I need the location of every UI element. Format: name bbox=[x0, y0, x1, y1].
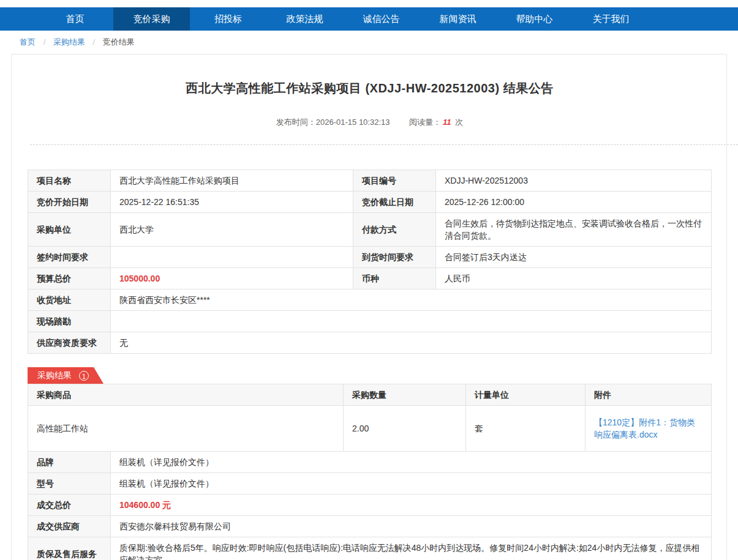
table-row: 成交总价 104600.00 元 bbox=[28, 495, 712, 516]
currency-label: 币种 bbox=[353, 268, 436, 289]
breadcrumb: 首页 / 采购结果 / 竞价结果 bbox=[0, 31, 738, 54]
nav-tab-news[interactable]: 新闻资讯 bbox=[420, 7, 496, 31]
site-survey-value bbox=[111, 311, 712, 332]
bid-start-label: 竞价开始日期 bbox=[28, 192, 111, 213]
model-label: 型号 bbox=[28, 473, 111, 495]
table-row: 签约时间要求 到货时间要求 合同签订后3天内送达 bbox=[28, 247, 712, 268]
payment-method-label: 付款方式 bbox=[353, 213, 436, 247]
project-name-value: 西北大学高性能工作站采购项目 bbox=[111, 170, 353, 192]
table-row: 品牌 组装机（详见报价文件） bbox=[28, 452, 712, 473]
product-unit-value: 套 bbox=[466, 406, 586, 452]
signing-time-label: 签约时间要求 bbox=[28, 247, 111, 268]
budget-total-value: 105000.00 bbox=[111, 268, 353, 289]
delivery-time-value: 合同签订后3天内送达 bbox=[436, 247, 712, 268]
column-header-quantity: 采购数量 bbox=[344, 384, 466, 406]
page-title: 西北大学高性能工作站采购项目 (XDJJ-HW-202512003) 结果公告 bbox=[28, 80, 712, 97]
breadcrumb-separator: / bbox=[93, 37, 96, 47]
nav-tab-policy[interactable]: 政策法规 bbox=[266, 7, 343, 31]
brand-label: 品牌 bbox=[28, 452, 111, 473]
table-row: 型号 组装机（详见报价文件） bbox=[28, 473, 712, 495]
breadcrumb-purchase-results-link[interactable]: 采购结果 bbox=[53, 37, 85, 47]
views-label: 阅读量： bbox=[409, 118, 441, 127]
publish-meta: 发布时间：2026-01-15 10:32:13 阅读量：11 次 bbox=[28, 117, 712, 128]
warranty-service-label: 质保及售后服务 bbox=[28, 537, 111, 560]
table-row: 供应商资质要求 无 bbox=[28, 332, 712, 354]
nav-tab-home[interactable]: 首页 bbox=[37, 7, 113, 31]
breadcrumb-current: 竞价结果 bbox=[103, 37, 135, 47]
delivery-time-label: 到货时间要求 bbox=[353, 247, 436, 268]
views-unit: 次 bbox=[455, 118, 463, 127]
column-header-product: 采购商品 bbox=[28, 384, 344, 406]
purchase-result-table: 采购商品 采购数量 计量单位 附件 高性能工作站 2.00 套 【1210定】附… bbox=[28, 384, 712, 452]
publish-time-value: 2026-01-15 10:32:13 bbox=[316, 118, 390, 127]
nav-tab-bidding-purchase[interactable]: 竞价采购 bbox=[113, 7, 190, 31]
table-row: 收货地址 陕西省西安市长安区**** bbox=[28, 289, 712, 311]
purchase-result-badge-number: 1 bbox=[79, 371, 89, 381]
top-navigation: 首页 竞价采购 招投标 政策法规 诚信公告 新闻资讯 帮助中心 关于我们 bbox=[0, 7, 738, 31]
deal-price-value: 104600.00 元 bbox=[111, 495, 712, 516]
table-row: 竞价开始日期 2025-12-22 16:51:35 竞价截止日期 2025-1… bbox=[28, 192, 712, 213]
nav-tab-help-center[interactable]: 帮助中心 bbox=[496, 7, 573, 31]
winning-supplier-value: 西安德尔馨科技贸易有限公司 bbox=[111, 516, 712, 537]
warranty-service-value: 质保期:验收合格后5年。响应时效:即时响应(包括电话响应):电话响应无法解决48… bbox=[111, 537, 712, 560]
currency-value: 人民币 bbox=[436, 268, 712, 289]
signing-time-value bbox=[111, 247, 353, 268]
budget-total-label: 预算总价 bbox=[28, 268, 111, 289]
column-header-unit: 计量单位 bbox=[466, 384, 586, 406]
table-header-row: 采购商品 采购数量 计量单位 附件 bbox=[28, 384, 712, 406]
bid-deadline-value: 2025-12-26 12:00:00 bbox=[436, 192, 712, 213]
table-row: 质保及售后服务 质保期:验收合格后5年。响应时效:即时响应(包括电话响应):电话… bbox=[28, 537, 712, 560]
column-header-attachment: 附件 bbox=[586, 384, 712, 406]
delivery-address-label: 收货地址 bbox=[28, 289, 111, 311]
delivery-address-value: 陕西省西安市长安区**** bbox=[111, 289, 712, 311]
project-info-table: 项目名称 西北大学高性能工作站采购项目 项目编号 XDJJ-HW-2025120… bbox=[28, 170, 712, 354]
table-row: 采购单位 西北大学 付款方式 合同生效后，待货物到达指定地点、安装调试验收合格后… bbox=[28, 213, 712, 247]
publish-time-label: 发布时间： bbox=[276, 118, 316, 127]
breadcrumb-home-link[interactable]: 首页 bbox=[20, 37, 36, 47]
bid-deadline-label: 竞价截止日期 bbox=[353, 192, 436, 213]
product-quantity-value: 2.00 bbox=[344, 406, 466, 452]
purchaser-label: 采购单位 bbox=[28, 213, 111, 247]
deal-price-label: 成交总价 bbox=[28, 495, 111, 516]
product-name-value: 高性能工作站 bbox=[28, 406, 344, 452]
table-row: 成交供应商 西安德尔馨科技贸易有限公司 bbox=[28, 516, 712, 537]
supplier-qualification-label: 供应商资质要求 bbox=[28, 332, 111, 354]
nav-tab-tender[interactable]: 招投标 bbox=[190, 7, 266, 31]
winning-supplier-label: 成交供应商 bbox=[28, 516, 111, 537]
brand-value: 组装机（详见报价文件） bbox=[111, 452, 712, 473]
project-number-label: 项目编号 bbox=[353, 170, 436, 192]
announcement-card: 西北大学高性能工作站采购项目 (XDJJ-HW-202512003) 结果公告 … bbox=[11, 54, 727, 560]
model-value: 组装机（详见报价文件） bbox=[111, 473, 712, 495]
table-row: 现场踏勘 bbox=[28, 311, 712, 332]
project-number-value: XDJJ-HW-202512003 bbox=[436, 170, 712, 192]
breadcrumb-separator: / bbox=[43, 37, 46, 47]
purchaser-value: 西北大学 bbox=[111, 213, 353, 247]
payment-method-value: 合同生效后，待货物到达指定地点、安装调试验收合格后，一次性付清合同货款。 bbox=[436, 213, 712, 247]
purchase-result-badge: 采购结果 1 bbox=[28, 367, 104, 384]
table-row: 预算总价 105000.00 币种 人民币 bbox=[28, 268, 712, 289]
attachment-link[interactable]: 【1210定】附件1：货物类响应偏离表.docx bbox=[594, 417, 695, 439]
nav-tab-about-us[interactable]: 关于我们 bbox=[573, 7, 649, 31]
supplier-qualification-value: 无 bbox=[111, 332, 712, 354]
dashed-divider bbox=[30, 144, 738, 145]
table-row: 项目名称 西北大学高性能工作站采购项目 项目编号 XDJJ-HW-2025120… bbox=[28, 170, 712, 192]
table-row: 高性能工作站 2.00 套 【1210定】附件1：货物类响应偏离表.docx bbox=[28, 406, 712, 452]
bid-start-value: 2025-12-22 16:51:35 bbox=[111, 192, 353, 213]
nav-tab-integrity-notice[interactable]: 诚信公告 bbox=[343, 7, 420, 31]
site-survey-label: 现场踏勘 bbox=[28, 311, 111, 332]
result-detail-table: 品牌 组装机（详见报价文件） 型号 组装机（详见报价文件） 成交总价 10460… bbox=[28, 451, 712, 560]
purchase-result-badge-label: 采购结果 bbox=[37, 370, 72, 381]
views-count: 11 bbox=[443, 118, 451, 127]
project-name-label: 项目名称 bbox=[28, 170, 111, 192]
